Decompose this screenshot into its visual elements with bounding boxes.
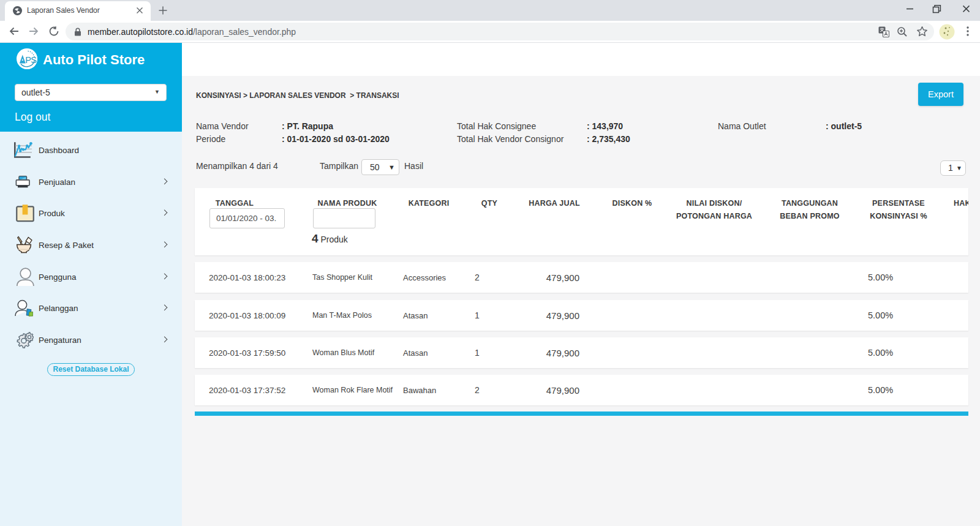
svg-text:PS: PS [25,55,36,65]
